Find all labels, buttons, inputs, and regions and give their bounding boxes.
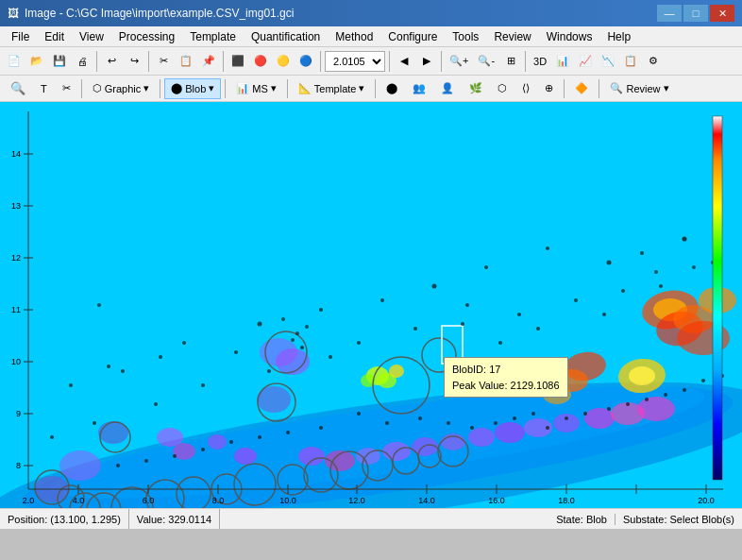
- tool3[interactable]: 🟡: [273, 50, 294, 73]
- review-dropdown[interactable]: 🔍 Review ▾: [603, 78, 675, 99]
- visualization-svg: 2.0 4.0 6.0 8.0 10.0 12.0 14.0 16.0 18.0…: [0, 102, 742, 508]
- svg-point-80: [461, 322, 464, 326]
- copy-button[interactable]: 📋: [176, 50, 196, 73]
- svg-point-41: [629, 366, 655, 385]
- svg-point-86: [50, 435, 54, 439]
- tool-sep2: [160, 79, 160, 98]
- redo-button[interactable]: ↪: [124, 50, 144, 73]
- zoom-dropdown[interactable]: 2.0105 1.0 1.5 2.5: [325, 51, 385, 72]
- ms-dropdown[interactable]: 📊 MS ▾: [229, 78, 283, 99]
- template-dropdown[interactable]: 📐 Template ▾: [292, 78, 372, 99]
- svg-point-66: [640, 251, 644, 255]
- btn-a6[interactable]: ⟨⟩: [515, 78, 536, 99]
- paste-button[interactable]: 📌: [198, 50, 219, 73]
- btn-a3[interactable]: 👤: [434, 78, 461, 99]
- export1[interactable]: 📊: [552, 50, 573, 73]
- zoom-out[interactable]: 🔍-: [474, 50, 498, 73]
- tool4[interactable]: 🔵: [295, 50, 316, 73]
- btn-a7[interactable]: ⊕: [538, 78, 560, 99]
- template-chevron: ▾: [359, 82, 364, 94]
- svg-point-87: [659, 284, 663, 288]
- graphic-dropdown[interactable]: ⬡ Graphic ▾: [86, 78, 157, 99]
- tool2[interactable]: 🔴: [250, 50, 271, 73]
- svg-point-83: [201, 383, 205, 387]
- d3-button[interactable]: 3D: [530, 50, 550, 73]
- svg-text:10.0: 10.0: [279, 496, 296, 505]
- export4[interactable]: 📋: [620, 50, 641, 73]
- minimize-button[interactable]: —: [657, 5, 682, 22]
- app-icon: 🖼: [8, 7, 19, 20]
- menu-template[interactable]: Template: [182, 28, 244, 45]
- text-tool[interactable]: T: [34, 78, 54, 99]
- menu-file[interactable]: File: [4, 28, 37, 45]
- menu-quantification[interactable]: Quantification: [244, 28, 328, 45]
- svg-point-70: [432, 284, 437, 289]
- tool1[interactable]: ⬛: [228, 50, 248, 73]
- nav-back[interactable]: ◀: [394, 50, 414, 73]
- svg-text:16.0: 16.0: [488, 496, 505, 505]
- zoom-in[interactable]: 🔍+: [446, 50, 472, 73]
- tool-sep7: [599, 79, 599, 98]
- menu-windows[interactable]: Windows: [539, 28, 600, 45]
- svg-point-29: [468, 428, 495, 447]
- menu-help[interactable]: Help: [599, 28, 638, 45]
- svg-point-75: [107, 365, 110, 368]
- svg-point-111: [645, 398, 649, 401]
- btn-a4[interactable]: 🌿: [463, 78, 489, 99]
- svg-point-116: [319, 426, 323, 430]
- menu-tools[interactable]: Tools: [445, 28, 486, 45]
- cut-button[interactable]: ✂: [153, 50, 174, 73]
- settings-btn[interactable]: ⚙: [643, 50, 664, 73]
- new-button[interactable]: 📄: [4, 50, 25, 73]
- select-tool[interactable]: ✂: [56, 78, 77, 99]
- svg-point-81: [329, 355, 332, 359]
- svg-text:6.0: 6.0: [143, 496, 155, 505]
- menu-view[interactable]: View: [72, 28, 111, 45]
- tool-sep3: [225, 79, 226, 98]
- menu-review[interactable]: Review: [486, 28, 538, 45]
- menu-processing[interactable]: Processing: [111, 28, 182, 45]
- menu-edit[interactable]: Edit: [37, 28, 72, 45]
- zoom-tool[interactable]: 🔍: [4, 78, 32, 99]
- menu-method[interactable]: Method: [328, 28, 380, 45]
- open-button[interactable]: 📂: [26, 50, 47, 73]
- sep3: [223, 51, 224, 72]
- main-canvas[interactable]: 2.0 4.0 6.0 8.0 10.0 12.0 14.0 16.0 18.0…: [0, 102, 742, 508]
- svg-point-99: [385, 421, 389, 425]
- print-button[interactable]: 🖨: [72, 50, 93, 73]
- blob-label: Blob: [185, 83, 206, 94]
- sep6: [441, 51, 442, 72]
- status-substate: Substate: Select Blob(s): [616, 514, 742, 525]
- export3[interactable]: 📉: [598, 50, 618, 73]
- save-button[interactable]: 💾: [49, 50, 70, 73]
- svg-point-94: [300, 346, 304, 349]
- svg-text:9: 9: [16, 409, 21, 418]
- svg-point-22: [234, 448, 257, 465]
- nav-fwd[interactable]: ▶: [416, 50, 437, 73]
- btn-a1[interactable]: ⬤: [379, 78, 404, 99]
- svg-point-108: [583, 412, 587, 416]
- svg-point-90: [517, 313, 521, 316]
- title-bar-controls[interactable]: — □ ✕: [657, 5, 734, 22]
- svg-point-117: [286, 431, 290, 434]
- blob-chevron: ▾: [209, 82, 214, 94]
- btn-a5[interactable]: ⬡: [491, 78, 514, 99]
- blob-dropdown[interactable]: ⬤ Blob ▾: [164, 78, 221, 99]
- svg-text:10: 10: [11, 357, 21, 366]
- menu-configure[interactable]: Configure: [380, 28, 445, 45]
- maximize-button[interactable]: □: [683, 5, 708, 22]
- export2[interactable]: 📈: [575, 50, 596, 73]
- template-label: Template: [314, 83, 357, 94]
- svg-point-33: [584, 408, 615, 429]
- close-button[interactable]: ✕: [710, 5, 734, 22]
- blob-icon: ⬤: [171, 82, 182, 94]
- review-label: Review: [626, 83, 660, 94]
- svg-point-20: [173, 443, 195, 460]
- sep1: [96, 51, 97, 72]
- fit[interactable]: ⊞: [500, 50, 521, 73]
- svg-point-79: [498, 341, 502, 345]
- btn-a2[interactable]: 👥: [406, 78, 432, 99]
- btn-b1[interactable]: 🔶: [568, 78, 595, 99]
- undo-button[interactable]: ↩: [101, 50, 122, 73]
- review-chevron: ▾: [664, 82, 669, 94]
